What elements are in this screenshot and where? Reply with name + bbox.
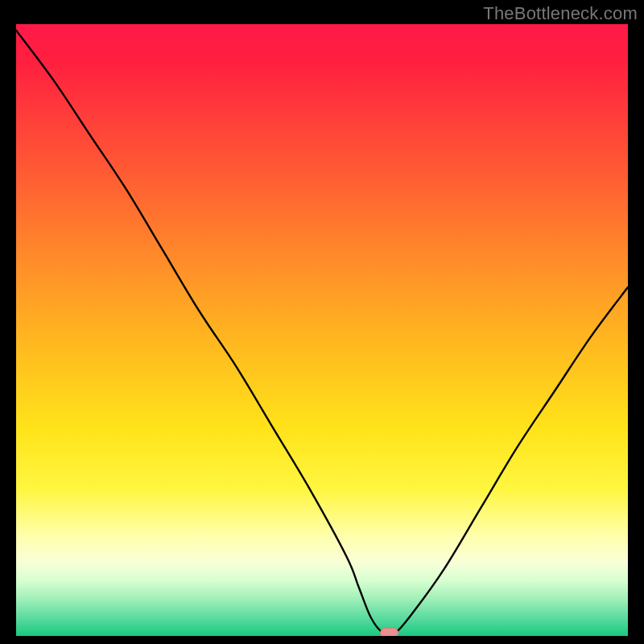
bottleneck-curve [16, 31, 628, 636]
curve-svg [16, 24, 628, 636]
plot-area [16, 24, 628, 636]
marker-point [381, 628, 398, 636]
chart-frame: TheBottleneck.com [0, 0, 644, 644]
watermark-text: TheBottleneck.com [483, 3, 638, 24]
